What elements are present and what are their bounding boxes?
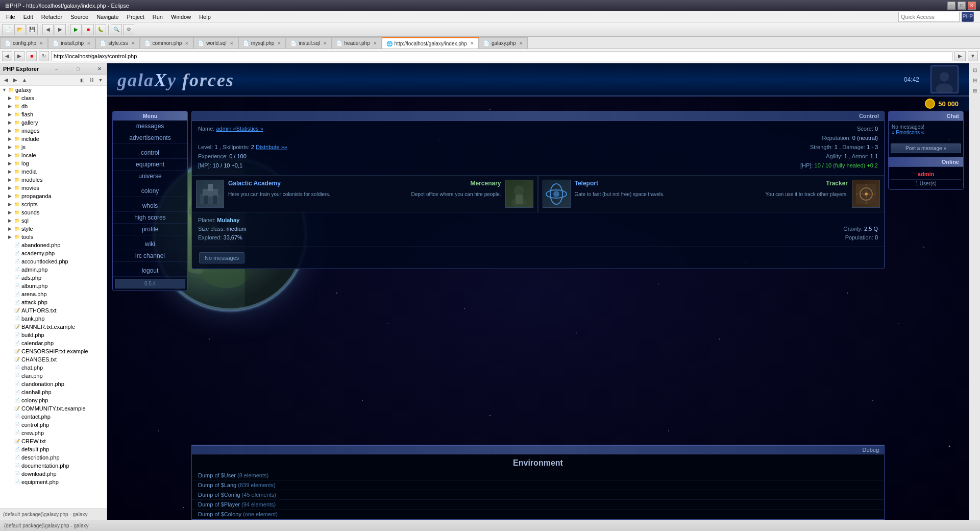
explorer-link-button[interactable]: ⛓ [87, 76, 95, 84]
tab-common-close[interactable]: ✕ [185, 41, 189, 46]
menu-navigate[interactable]: Navigate [92, 13, 122, 21]
debug-item-colony[interactable]: Dump of $Colony (one element) [192, 510, 884, 519]
tree-folder-scripts[interactable]: ▶ 📁 scripts [0, 200, 107, 208]
tree-file-censorship[interactable]: 📝 CENSORSHIP.txt.example [0, 347, 107, 355]
menu-refactor[interactable]: Refactor [37, 13, 67, 21]
sidebar-btn-2[interactable]: ⊟ [970, 76, 979, 85]
addr-go-button[interactable]: ▶ [954, 51, 966, 61]
tab-galaxy-close[interactable]: ✕ [519, 41, 523, 46]
tab-style[interactable]: 📄 style.css ✕ [95, 37, 139, 49]
tab-style-close[interactable]: ✕ [131, 41, 135, 46]
tree-file-control[interactable]: 📄 control.php [0, 421, 107, 429]
tree-file-calendar[interactable]: 📄 calendar.php [0, 339, 107, 347]
addr-refresh-button[interactable]: ↻ [39, 51, 49, 61]
tree-folder-tools[interactable]: ▶ 📁 tools [0, 233, 107, 241]
tab-config-close[interactable]: ✕ [39, 41, 43, 46]
online-user-admin[interactable]: admin [891, 169, 961, 179]
menu-item-messages[interactable]: messages [113, 120, 187, 132]
tab-mysql[interactable]: 📄 mysql.php ✕ [238, 37, 286, 49]
tree-folder-gallery[interactable]: ▶ 📁 gallery [0, 118, 107, 127]
back-button[interactable]: ◀ [42, 24, 54, 35]
menu-item-irc[interactable]: irc channel [113, 250, 187, 262]
tree-folder-flash[interactable]: ▶ 📁 flash [0, 110, 107, 118]
explorer-close[interactable]: ✕ [95, 65, 104, 73]
menu-item-whois[interactable]: whois [113, 200, 187, 212]
tree-file-description[interactable]: 📄 description.php [0, 453, 107, 462]
tree-folder-media[interactable]: ▶ 📁 media [0, 167, 107, 176]
tree-file-authors[interactable]: 📝 AUTHORS.txt [0, 306, 107, 315]
tree-file-crew[interactable]: 📄 crew.php [0, 429, 107, 437]
tab-install-sql[interactable]: 📄 install.sql ✕ [286, 37, 331, 49]
tree-file-bank[interactable]: 📄 bank.php [0, 315, 107, 323]
sidebar-btn-1[interactable]: ⊡ [970, 65, 979, 75]
tree-folder-sql[interactable]: ▶ 📁 sql [0, 216, 107, 225]
menu-item-universe[interactable]: universe [113, 171, 187, 182]
debug-item-user[interactable]: Dump of $User (8 elements) [192, 471, 884, 480]
tab-index-close[interactable]: ✕ [470, 41, 474, 46]
tree-folder-locale[interactable]: ▶ 📁 locale [0, 151, 107, 159]
menu-run[interactable]: Run [149, 13, 167, 21]
quick-access-input[interactable] [898, 12, 960, 22]
tree-folder-movies[interactable]: ▶ 📁 movies [0, 184, 107, 192]
tree-file-download[interactable]: 📄 download.php [0, 470, 107, 478]
settings-button[interactable]: ⚙ [123, 24, 134, 35]
tree-folder-log[interactable]: ▶ 📁 log [0, 159, 107, 167]
menu-window[interactable]: Window [167, 13, 195, 21]
menu-item-logout[interactable]: logout [113, 265, 187, 277]
no-messages-button[interactable]: No messages [199, 252, 244, 263]
tab-header-close[interactable]: ✕ [373, 41, 377, 46]
menu-item-control[interactable]: control [113, 147, 187, 159]
action-title-teleport[interactable]: Teleport [575, 180, 598, 187]
explorer-maximize[interactable]: □ [74, 65, 82, 73]
save-button[interactable]: 💾 [27, 24, 38, 35]
action-card-academy[interactable]: Galactic Academy Mercenary Here you can … [192, 176, 538, 212]
tree-file-academy[interactable]: 📄 academy.php [0, 249, 107, 257]
tree-file-album[interactable]: 📄 album.php [0, 282, 107, 290]
chat-emoticons-link[interactable]: » Emoticons « [892, 130, 960, 135]
menu-item-profile[interactable]: profile [113, 224, 187, 235]
debug-item-lang[interactable]: Dump of $Lang (839 elements) [192, 480, 884, 490]
tab-galaxy[interactable]: 📄 galaxy.php ✕ [479, 37, 528, 49]
explorer-minimize[interactable]: – [52, 65, 60, 73]
tree-folder-modules[interactable]: ▶ 📁 modules [0, 176, 107, 184]
action-card-teleport[interactable]: Teleport Tracker Gate to fast (but not f… [538, 176, 885, 212]
minimize-button[interactable]: – [947, 2, 955, 10]
stat-name-value[interactable]: admin «Statistics » [216, 126, 263, 132]
stop-button[interactable]: ■ [83, 24, 94, 35]
tree-file-community[interactable]: 📝 COMMUNITY.txt.example [0, 404, 107, 413]
tree-folder-class[interactable]: ▶ 📁 class [0, 94, 107, 102]
tab-header[interactable]: 📄 header.php ✕ [332, 37, 382, 49]
close-button[interactable]: ✕ [968, 2, 976, 10]
explorer-forward-button[interactable]: ▶ [11, 76, 19, 84]
tree-file-build[interactable]: 📄 build.php [0, 331, 107, 339]
tree-file-changes[interactable]: 📝 CHANGES.txt [0, 355, 107, 364]
tree-root-galaxy[interactable]: ▼ 📁 galaxy [0, 86, 107, 94]
tab-mysql-close[interactable]: ✕ [277, 41, 281, 46]
menu-item-advertisements[interactable]: advertisements [113, 132, 187, 144]
tree-file-banner[interactable]: 📝 BANNER.txt.example [0, 323, 107, 331]
tree-file-default[interactable]: 📄 default.php [0, 445, 107, 453]
explorer-menu-button[interactable]: ▼ [96, 76, 105, 84]
tree-folder-propaganda[interactable]: ▶ 📁 propaganda [0, 192, 107, 200]
debug-item-player[interactable]: Dump of $Player (94 elements) [192, 500, 884, 510]
tab-install-close[interactable]: ✕ [87, 41, 91, 46]
emoticons-link[interactable]: » Emoticons « [892, 130, 924, 135]
php-button[interactable]: PHP [962, 12, 974, 22]
stat-distribute-link[interactable]: Distribute »» [256, 144, 287, 150]
tree-file-crew-txt[interactable]: 📝 CREW.txt [0, 437, 107, 445]
menu-item-highscores[interactable]: high scores [113, 212, 187, 224]
tree-file-ads[interactable]: 📄 ads.php [0, 274, 107, 282]
addr-forward-button[interactable]: ▶ [14, 51, 24, 61]
tree-file-contact[interactable]: 📄 contact.php [0, 413, 107, 421]
tree-file-abandoned[interactable]: 📄 abandoned.php [0, 241, 107, 249]
tab-install[interactable]: 📄 install.php ✕ [48, 37, 95, 49]
new-button[interactable]: 📄 [2, 24, 13, 35]
tree-folder-style[interactable]: ▶ 📁 style [0, 225, 107, 233]
address-input[interactable] [51, 51, 952, 61]
addr-back-button[interactable]: ◀ [2, 51, 12, 61]
tree-file-clanhall[interactable]: 📄 clanhall.php [0, 388, 107, 396]
tree-file-clandonation[interactable]: 📄 clandonation.php [0, 380, 107, 388]
maximize-button[interactable]: □ [958, 2, 966, 10]
tree-file-equipment[interactable]: 📄 equipment.php [0, 478, 107, 486]
menu-file[interactable]: File [2, 13, 19, 21]
